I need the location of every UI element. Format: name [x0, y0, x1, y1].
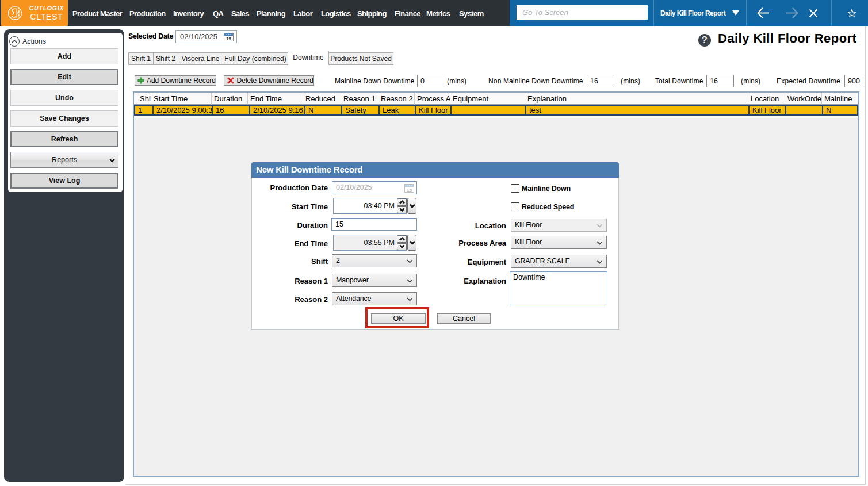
- svg-text:15: 15: [407, 187, 412, 193]
- svg-text:15: 15: [226, 36, 231, 41]
